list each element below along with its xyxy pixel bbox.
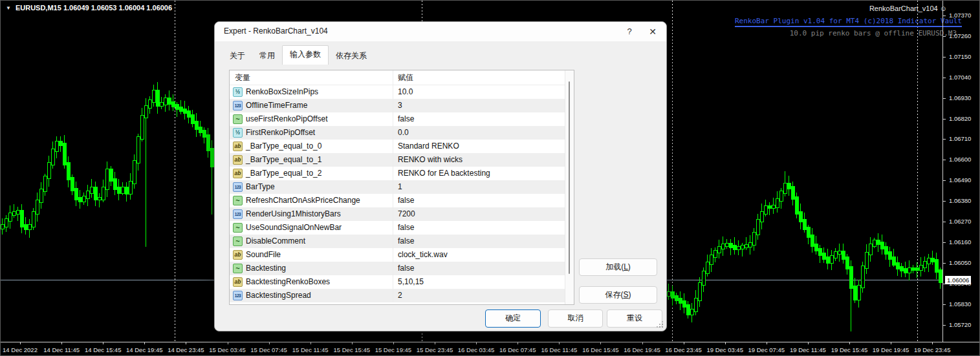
param-row[interactable]: 123OfflineTimeFrame3 (230, 99, 574, 112)
help-button[interactable]: ? (618, 22, 640, 41)
param-value[interactable]: RENKO for EA backtesting (393, 167, 574, 180)
param-row[interactable]: ~UseSoundSignalOnNewBarfalse (230, 221, 574, 235)
param-row[interactable]: ½FirstRenkoPipOffset0.0 (230, 126, 574, 140)
price-label: 1.05720 (949, 321, 971, 328)
param-row[interactable]: ½RenkoBoxSizeInPips10.0 (230, 85, 574, 99)
price-tick (943, 98, 946, 99)
param-value[interactable]: false (393, 262, 574, 275)
close-icon[interactable]: ✕ (642, 22, 664, 41)
tab-common[interactable]: 常用 (252, 48, 282, 65)
save-label: 保存( (605, 290, 623, 299)
table-header: 变量 赋值 (230, 70, 574, 85)
cancel-button[interactable]: 取消 (548, 309, 603, 328)
param-value[interactable]: false (393, 112, 574, 126)
param-name-cell: ab_BarType_equal_to_0 (230, 140, 393, 153)
param-type-string-icon: ab (233, 277, 243, 287)
save-button[interactable]: 保存(S) (579, 286, 657, 304)
param-name: RenkoBoxSizeInPips (246, 85, 318, 99)
time-tick (767, 342, 767, 344)
param-name: UseSoundSignalOnNewBar (246, 221, 342, 235)
param-row[interactable]: 123BacktestingSpread2 (230, 289, 574, 302)
time-tick (228, 342, 228, 344)
param-value[interactable]: 1 (393, 180, 574, 194)
time-tick (269, 342, 270, 344)
param-value[interactable]: 2 (393, 289, 574, 302)
param-type-int-icon: 123 (233, 291, 243, 300)
param-name-cell: 123RenderUsing1MhistoryBars (230, 207, 393, 221)
param-row[interactable]: ab_BarType_equal_to_2RENKO for EA backte… (230, 167, 574, 180)
load-label: 加载( (605, 262, 624, 271)
param-value[interactable]: 7200 (393, 207, 574, 221)
time-tick (517, 342, 518, 344)
price-tick (943, 222, 946, 222)
param-name: FirstRenkoPipOffset (246, 126, 315, 140)
resize-grip[interactable] (657, 321, 663, 328)
param-name: BacktestingRenkoBoxes (246, 275, 330, 289)
param-type-string-icon: ab (233, 250, 243, 260)
time-tick (435, 342, 435, 344)
param-row[interactable]: ~useFirstRenkoPipOffsetfalse (230, 112, 574, 126)
param-value[interactable]: 10.0 (393, 85, 574, 99)
ok-button[interactable]: 确定 (485, 309, 541, 328)
price-label: 1.07260 (949, 32, 971, 39)
param-value[interactable]: false (393, 221, 574, 235)
scrollbar-thumb[interactable] (569, 81, 570, 274)
dialog-titlebar[interactable]: Expert - RenkoBarChart_v104 ? ✕ (215, 22, 666, 41)
param-rows: ½RenkoBoxSizeInPips10.0123OfflineTimeFra… (230, 85, 574, 302)
price-label: 1.07150 (949, 53, 971, 60)
param-name: OfflineTimeFrame (246, 99, 307, 112)
watermark-subtitle-line: 10.0 pip renko bars @ offline EURUSD,M3 (790, 29, 957, 37)
param-name-cell: abBacktestingRenkoBoxes (230, 275, 393, 289)
param-name-cell: abSoundFile (230, 248, 393, 262)
param-value[interactable]: 3 (393, 99, 574, 112)
watermark-title-text: RenkoBarChart_v104 (869, 5, 938, 12)
time-axis[interactable]: 14 Dec 202214 Dec 11:4514 Dec 15:4514 De… (1, 342, 980, 356)
param-name: _BarType_equal_to_1 (246, 153, 321, 167)
param-value[interactable]: RENKO with wicks (393, 153, 574, 167)
param-value[interactable]: Standard RENKO (393, 140, 574, 153)
param-row[interactable]: 123RenderUsing1MhistoryBars7200 (230, 207, 574, 221)
price-tick (943, 180, 946, 181)
mt4-chart-window: ▼EURUSD,M15 1.06049 1.06053 1.06004 1.06… (0, 0, 980, 356)
price-label: 1.06490 (949, 176, 971, 183)
param-name-cell: ~RefreshChartOnAskPriceChange (230, 194, 393, 207)
param-value[interactable]: 5,10,15 (393, 275, 574, 289)
param-row[interactable]: ab_BarType_equal_to_0Standard RENKO (230, 140, 574, 153)
param-value[interactable]: false (393, 194, 574, 207)
param-row[interactable]: abBacktestingRenkoBoxes5,10,15 (230, 275, 574, 289)
time-tick (476, 342, 477, 344)
price-tick (943, 201, 946, 202)
param-name-cell: ~useFirstRenkoPipOffset (230, 112, 393, 126)
symbol-ohlc-text: EURUSD,M15 1.06049 1.06053 1.06004 1.060… (16, 4, 172, 12)
tab-inputs[interactable]: 输入参数 (282, 45, 329, 65)
reset-button[interactable]: 重设 (607, 309, 662, 328)
param-name-cell: ~Backtesting (230, 262, 393, 275)
tab-about[interactable]: 关于 (223, 48, 252, 65)
param-value[interactable]: false (393, 235, 574, 248)
param-row[interactable]: ~RefreshChartOnAskPriceChangefalse (230, 194, 574, 207)
param-type-double-icon: ½ (233, 128, 243, 138)
column-header-value: 赋值 (393, 70, 574, 85)
price-axis[interactable]: 1.073701.072601.071501.070401.069301.068… (942, 1, 980, 342)
table-scrollbar[interactable] (565, 70, 574, 304)
param-name: BacktestingSpread (246, 289, 311, 302)
price-tick (943, 78, 946, 78)
price-tick (943, 119, 946, 120)
param-type-string-icon: ab (233, 169, 243, 178)
load-button[interactable]: 加载(L) (579, 258, 657, 276)
symbol-dropdown-icon[interactable]: ▼ (6, 5, 11, 11)
current-price-tag: 1.06006 (945, 276, 971, 284)
param-row[interactable]: ~Backtestingfalse (230, 262, 574, 275)
param-row[interactable]: 123BarType1 (230, 180, 574, 194)
param-row[interactable]: ab_BarType_equal_to_1RENKO with wicks (230, 153, 574, 167)
param-value[interactable]: clock_tick.wav (393, 248, 574, 262)
tab-dependencies[interactable]: 依存关系 (329, 48, 374, 65)
param-row[interactable]: ~DisableCommentfalse (230, 235, 574, 248)
param-value[interactable]: 0.0 (393, 126, 574, 140)
save-mnemonic: S (623, 290, 628, 299)
time-tick (559, 342, 560, 344)
param-row[interactable]: abSoundFileclock_tick.wav (230, 248, 574, 262)
price-label: 1.06710 (949, 135, 971, 142)
parameters-table[interactable]: 变量 赋值 ½RenkoBoxSizeInPips10.0123OfflineT… (229, 70, 574, 305)
load-label-close: ) (628, 262, 631, 271)
